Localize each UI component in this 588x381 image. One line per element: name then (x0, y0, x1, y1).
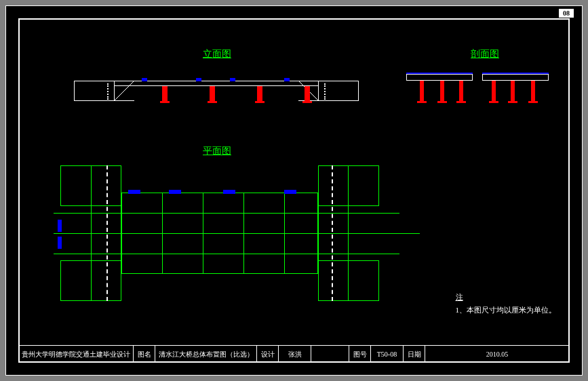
section-title: 剖面图 (471, 48, 499, 60)
section-pier (459, 81, 463, 101)
section-pier (511, 81, 515, 101)
tb-organization: 贵州大学明德学院交通土建毕业设计 (18, 346, 134, 363)
bearing (284, 78, 290, 81)
tb-date-label: 日期 (404, 346, 425, 363)
abutment-joint (324, 83, 326, 100)
cad-canvas[interactable]: 08 立面图 剖面图 平面图 (5, 5, 583, 376)
tb-designer: 张洪 (279, 346, 311, 363)
pier-line (284, 193, 285, 274)
surfacing-left (406, 73, 473, 74)
deck-slab-left (406, 74, 473, 81)
abutment-left (74, 81, 115, 101)
section-pier (531, 81, 535, 101)
bearing (142, 78, 147, 81)
plan-view (60, 165, 379, 301)
bridge-deck (115, 81, 318, 86)
note-item-1: 1、本图尺寸均以厘米为单位。 (456, 306, 557, 314)
title-block: 贵州大学明德学院交通土建毕业设计 图名 清水江大桥总体布置图（比选） 设计 张洪… (18, 345, 570, 363)
tb-number-label: 图号 (349, 346, 371, 363)
elevation-title: 立面图 (203, 48, 231, 60)
surfacing-right (482, 73, 549, 74)
pier-line (203, 193, 203, 274)
pier (305, 86, 310, 101)
tb-logo (311, 346, 349, 363)
bearing-plan (169, 190, 181, 194)
section-pier (420, 81, 424, 101)
deck-slab-right (482, 74, 549, 81)
bearing-plan (223, 190, 235, 194)
expansion-joint (332, 165, 333, 301)
bearing-plan (284, 190, 296, 194)
bearing (196, 78, 201, 81)
pier (162, 86, 168, 101)
elevation-view (74, 74, 359, 115)
tb-date: 2010.05 (425, 346, 570, 363)
tb-design-label: 设计 (257, 346, 279, 363)
tb-drawing-title: 清水江大桥总体布置图（比选） (155, 346, 257, 363)
approach-slab (318, 165, 349, 301)
pier-line (243, 193, 244, 274)
abutment-right (318, 81, 359, 101)
bearing-plan (128, 190, 140, 194)
section-view (406, 74, 549, 121)
pier (257, 86, 262, 101)
bearing-plan (58, 237, 62, 249)
notes-header: 注 (456, 292, 557, 302)
expansion-joint (106, 165, 108, 301)
notes-block: 注 1、本图尺寸均以厘米为单位。 (456, 292, 557, 315)
abutment-joint (107, 83, 109, 100)
plan-title: 平面图 (203, 145, 231, 157)
tb-name-label: 图名 (134, 346, 155, 363)
bearing (230, 78, 235, 81)
deck-plan (121, 193, 318, 274)
section-pier (440, 81, 444, 101)
sheet-number-box: 08 (559, 9, 574, 18)
tb-drawing-number: T50-08 (371, 346, 404, 363)
section-pier (492, 81, 496, 101)
pier (210, 86, 215, 101)
pier-line (162, 193, 163, 274)
bearing-plan (58, 220, 62, 232)
